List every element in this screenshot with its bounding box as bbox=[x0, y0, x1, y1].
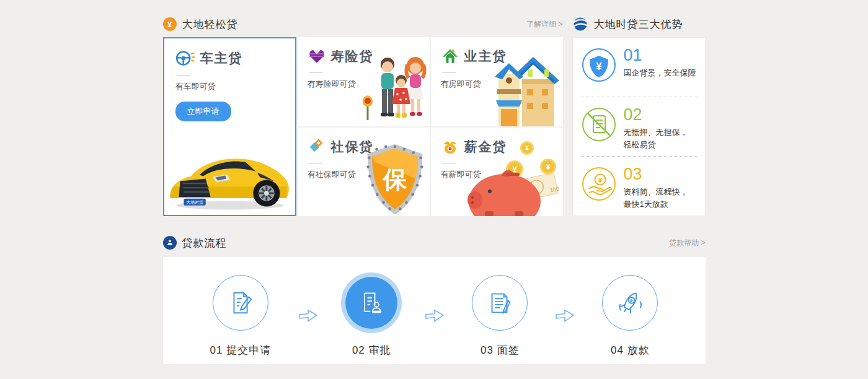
advantage-number: 02 bbox=[624, 105, 688, 124]
divider bbox=[442, 72, 456, 73]
apply-now-button[interactable]: 立即申请 bbox=[175, 102, 231, 121]
advantage-body: 02 无抵押、无担保， 轻松易贷 bbox=[624, 105, 688, 156]
steering-wheel-icon bbox=[175, 48, 195, 68]
diamond-badge-icon bbox=[308, 137, 326, 156]
loan-process-icon bbox=[163, 236, 177, 250]
approval-icon bbox=[358, 289, 385, 316]
easy-loan-title: 大地轻松贷 bbox=[182, 17, 238, 32]
yellow-car-illustration: 大地时贷 bbox=[164, 129, 295, 212]
product-desc: 有房即可贷 bbox=[441, 79, 563, 90]
easy-loan-header: ¥ 大地轻松贷 了解详细 > bbox=[163, 17, 563, 32]
product-desc: 有车即可贷 bbox=[175, 81, 295, 92]
submit-application-icon bbox=[226, 289, 255, 317]
advantages-title: 大地时贷三大优势 bbox=[594, 17, 683, 32]
divider bbox=[309, 72, 322, 73]
process-panel: 01 提交申请 02 审批 bbox=[163, 257, 706, 364]
advantage-body: 03 资料简、流程快， 最快1天放款 bbox=[624, 165, 688, 216]
process-header: 贷款流程 贷款帮助 > bbox=[163, 233, 706, 252]
advantage-number: 03 bbox=[624, 165, 688, 184]
process-step-1: 01 提交申请 bbox=[210, 272, 272, 364]
advantage-text: 资料简、流程快， 最快1天放款 bbox=[624, 186, 688, 210]
divider bbox=[177, 75, 190, 76]
step-label: 04 放款 bbox=[611, 343, 650, 357]
advantage-number: 01 bbox=[624, 46, 696, 65]
mid-product-grid: 寿险贷 有寿险即可贷 bbox=[298, 37, 563, 216]
no-collateral-icon bbox=[582, 107, 616, 142]
product-desc: 有薪即可贷 bbox=[441, 169, 563, 180]
process-step-3: 03 面签 bbox=[472, 272, 528, 364]
product-title: 车主贷 bbox=[200, 50, 243, 67]
hand-coin-icon: ¥ bbox=[582, 167, 616, 201]
product-card-social-security-loan[interactable]: 社保贷 有社保即可贷 保 bbox=[298, 128, 430, 217]
rocket-disburse-icon: ¥ bbox=[616, 289, 644, 317]
svg-text:100: 100 bbox=[549, 186, 559, 194]
product-card-car-loan[interactable]: 车主贷 有车即可贷 立即申请 大地时贷 bbox=[163, 37, 296, 216]
car-loan-head: 车主贷 bbox=[175, 48, 295, 68]
product-desc: 有社保即可贷 bbox=[308, 169, 430, 180]
advantage-body: 01 国企背景，安全保障 bbox=[624, 46, 696, 97]
advantage-item-1: ¥ 01 国企背景，安全保障 bbox=[573, 38, 705, 97]
advantages-panel: ¥ 01 国企背景，安全保障 bbox=[572, 37, 706, 216]
advantage-item-2: 02 无抵押、无担保， 轻松易贷 bbox=[573, 97, 705, 156]
product-card-life-insurance-loan[interactable]: 寿险贷 有寿险即可贷 bbox=[298, 37, 430, 126]
gold-pouch-icon bbox=[441, 137, 459, 156]
process-step-4: ¥ 04 放款 bbox=[602, 272, 658, 364]
step-circle: ¥ bbox=[602, 275, 658, 331]
top-headers: ¥ 大地轻松贷 了解详细 > 大地时贷三大优势 bbox=[163, 15, 706, 33]
advantage-text: 无抵押、无担保， 轻松易贷 bbox=[624, 126, 688, 150]
step-label: 02 审批 bbox=[352, 343, 391, 357]
advantages-header: 大地时贷三大优势 bbox=[572, 16, 706, 32]
arrow-right-icon bbox=[554, 308, 575, 325]
product-card-property-owner-loan[interactable]: 业主贷 有房即可贷 bbox=[431, 37, 563, 126]
svg-text:大地时贷: 大地时贷 bbox=[186, 199, 203, 204]
divider bbox=[309, 163, 322, 163]
step-label: 03 面签 bbox=[480, 343, 520, 357]
dadi-insurance-logo-icon bbox=[572, 16, 588, 32]
house-icon bbox=[441, 47, 459, 66]
product-desc: 有寿险即可贷 bbox=[308, 79, 430, 90]
step-circle-active bbox=[345, 277, 397, 329]
heart-icon bbox=[308, 47, 326, 66]
arrow-right-icon bbox=[298, 308, 319, 325]
product-grid: 车主贷 有车即可贷 立即申请 大地时贷 bbox=[163, 37, 706, 216]
yen-circle-icon: ¥ bbox=[163, 17, 177, 31]
arrow-right-icon bbox=[424, 308, 445, 325]
step-circle bbox=[213, 275, 268, 331]
process-step-2: 02 审批 bbox=[345, 272, 397, 364]
learn-more-link[interactable]: 了解详细 > bbox=[526, 19, 562, 30]
product-card-salary-loan[interactable]: 薪金贷 有薪即可贷 100 ¥ ¥ bbox=[431, 128, 563, 217]
shield-yen-icon: ¥ bbox=[582, 48, 616, 82]
svg-text:¥: ¥ bbox=[598, 176, 602, 184]
svg-text:¥: ¥ bbox=[596, 61, 602, 72]
advantage-item-3: ¥ 03 资料简、流程快， 最快1天放款 bbox=[573, 157, 705, 216]
step-circle bbox=[472, 275, 528, 331]
process-title: 贷款流程 bbox=[182, 236, 227, 250]
page-content: ¥ 大地轻松贷 了解详细 > 大地时贷三大优势 车主贷 bbox=[163, 0, 706, 364]
svg-text:¥: ¥ bbox=[525, 145, 529, 152]
divider bbox=[442, 163, 456, 163]
advantage-text: 国企背景，安全保障 bbox=[624, 67, 696, 79]
sign-contract-icon bbox=[485, 289, 514, 317]
loan-help-link[interactable]: 贷款帮助 > bbox=[669, 238, 705, 248]
step-label: 01 提交申请 bbox=[210, 343, 272, 357]
